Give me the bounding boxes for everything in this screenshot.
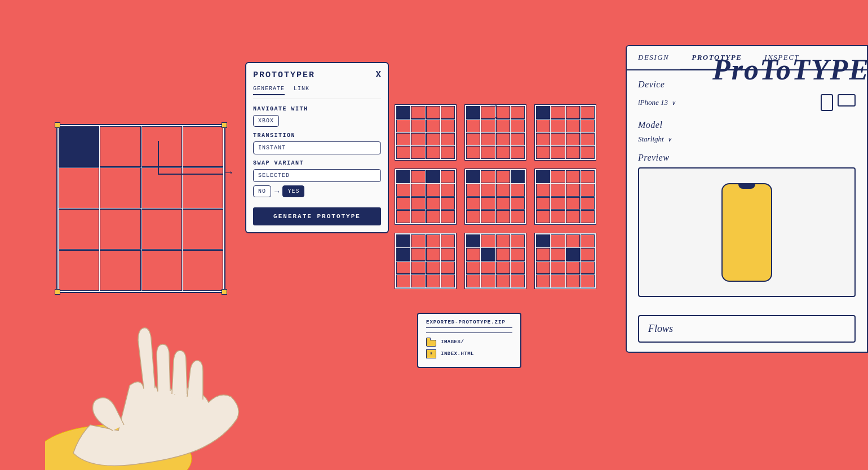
mini-cell (551, 106, 565, 119)
tab-design[interactable]: Design (627, 46, 680, 69)
mini-grid-9 (534, 233, 596, 289)
mini-cell (426, 261, 440, 274)
mini-cell (426, 184, 440, 197)
mini-cell (426, 106, 440, 119)
landscape-icon[interactable] (838, 94, 856, 107)
mini-cell (396, 274, 410, 287)
mini-cell (441, 106, 455, 119)
mini-cell (481, 170, 495, 183)
mini-cell (566, 119, 580, 132)
mini-cell (426, 146, 440, 159)
mini-cell (511, 248, 525, 261)
swap-no-value[interactable]: NO (253, 185, 271, 197)
mini-cell (441, 133, 455, 146)
mini-cell (536, 234, 550, 247)
mini-cell (481, 261, 495, 274)
mini-cell (411, 133, 425, 146)
mini-cell (581, 210, 595, 223)
generate-prototype-button[interactable]: GENERATE PROTOTYPE (253, 207, 381, 225)
grid-cell (59, 167, 99, 208)
mini-cell (496, 197, 510, 210)
preview-title: Preview (638, 153, 856, 163)
mini-cell (441, 210, 455, 223)
mini-cell (581, 234, 595, 247)
dialog-title: PROTOTYPER (253, 70, 315, 80)
mini-cell (426, 197, 440, 210)
mini-cell (466, 274, 480, 287)
model-dropdown-arrow: ∨ (667, 136, 671, 143)
swap-yes-value[interactable]: YES (282, 185, 304, 197)
file-export-box: EXPORTED-PROTOTYPE.ZIP IMAGES/ H INDEX.H… (417, 313, 521, 368)
flows-section: Flows (638, 315, 856, 343)
transition-value[interactable]: INSTANT (253, 141, 381, 154)
mini-cell (466, 106, 480, 119)
mini-cell (536, 119, 550, 132)
phone-notch (738, 184, 755, 189)
portrait-icon[interactable] (821, 94, 833, 111)
mini-cell (481, 146, 495, 159)
mini-cell (511, 210, 525, 223)
mini-cell (426, 119, 440, 132)
mini-cell (466, 197, 480, 210)
mini-cell (536, 248, 550, 261)
mini-cell (466, 146, 480, 159)
mini-cell (496, 261, 510, 274)
mini-cell (466, 234, 480, 247)
left-arrow: → (225, 166, 232, 179)
navigate-with-value[interactable]: XBOX (253, 115, 279, 127)
device-value: iPhone 13 (638, 98, 668, 107)
mini-cell (581, 184, 595, 197)
mini-cell (511, 234, 525, 247)
mini-cell (411, 184, 425, 197)
device-select[interactable]: iPhone 13 ∨ (638, 98, 675, 107)
mini-cell (396, 261, 410, 274)
grid-cell (100, 126, 140, 167)
mini-cell (551, 133, 565, 146)
handle-tl (55, 122, 60, 128)
model-value: Starlight (638, 135, 664, 144)
mini-cell (551, 170, 565, 183)
mini-cell (551, 210, 565, 223)
grid-cell (100, 167, 140, 208)
mini-cell (511, 184, 525, 197)
mini-cell (396, 248, 410, 261)
model-select[interactable]: Starlight ∨ (638, 135, 856, 144)
mini-cell (581, 106, 595, 119)
mini-cell (466, 119, 480, 132)
mini-cell (396, 234, 410, 247)
tab-link[interactable]: LINK (294, 86, 309, 95)
mini-cell (551, 146, 565, 159)
mini-cell (411, 234, 425, 247)
preview-section: Preview (638, 153, 856, 297)
mini-cell (466, 170, 480, 183)
mini-cell (411, 146, 425, 159)
mini-cell (441, 274, 455, 287)
model-section: Model Starlight ∨ (638, 120, 856, 144)
device-dropdown-arrow: ∨ (671, 100, 675, 106)
panel-icons (821, 94, 856, 111)
dialog-header: PROTOTYPER X (253, 70, 381, 80)
file-images-name: IMAGES/ (441, 339, 464, 345)
mini-cell (441, 119, 455, 132)
dialog-close-button[interactable]: X (375, 70, 381, 80)
preview-area (638, 167, 856, 297)
mini-cell (566, 184, 580, 197)
mini-cell (551, 119, 565, 132)
center-grids (395, 104, 596, 289)
mini-cell (396, 210, 410, 223)
mini-cell (581, 261, 595, 274)
tab-generate[interactable]: GENERATE (253, 86, 285, 95)
grid-cell (100, 209, 140, 250)
swap-selected-value[interactable]: SELECTED (253, 169, 381, 182)
navigate-with-section: NAVIGATE WITH XBOX (253, 106, 381, 127)
swap-arrow-icon: → (274, 187, 279, 196)
handle-tr (222, 122, 227, 128)
mini-cell (466, 184, 480, 197)
mini-cell (511, 119, 525, 132)
mini-cell (441, 170, 455, 183)
file-html-name: INDEX.HTML (441, 351, 474, 357)
file-export-title: EXPORTED-PROTOTYPE.ZIP (426, 320, 512, 328)
mini-grid-7 (395, 233, 457, 289)
mini-cell (426, 248, 440, 261)
mini-cell (466, 133, 480, 146)
